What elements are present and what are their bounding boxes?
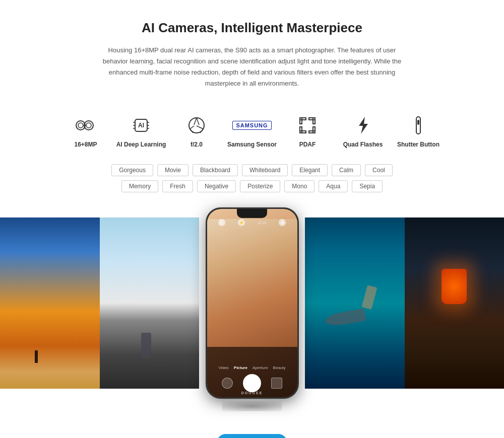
feature-label-flash: Quad Flashes <box>343 140 383 149</box>
svg-rect-20 <box>300 118 302 124</box>
camera-modes: Video Picture Aperture Beauty <box>218 366 285 370</box>
feature-item-aperture: f/2.0 <box>169 114 224 149</box>
phone-body: ⊙ ⚡ 12:10 ⊕ Video Picture Aperture Beaut… <box>206 207 299 399</box>
feature-label-aperture: f/2.0 <box>191 140 203 149</box>
samsung-logo-text: SAMSUNG <box>232 121 271 130</box>
shutter-icon <box>407 114 429 136</box>
feature-item-ai: AI AI Deep Learning <box>113 114 169 149</box>
filter-elegant[interactable]: Elegant <box>292 164 328 176</box>
feature-label-shutter: Shutter Button <box>397 140 439 149</box>
feature-label-mp: 16+8MP <box>74 140 97 149</box>
filter-memory[interactable]: Memory <box>121 180 158 192</box>
phone-notch <box>237 209 267 218</box>
phone-time: 12:10 <box>258 219 267 226</box>
filter-movie[interactable]: Movie <box>157 164 188 176</box>
filter-sepia[interactable]: Sepia <box>352 180 383 192</box>
filter-cool[interactable]: Cool <box>365 164 393 176</box>
filter-fresh[interactable]: Fresh <box>162 180 193 192</box>
svg-line-18 <box>190 129 193 133</box>
lantern-figure <box>442 269 467 304</box>
svg-rect-26 <box>309 131 315 133</box>
filter-section: Gorgeous Movie Blackboard Whiteboard Ele… <box>0 159 504 207</box>
svg-line-13 <box>194 118 197 125</box>
mode-beauty: Beauty <box>273 366 286 370</box>
page-description: Housing 16+8MP dual rear AI cameras, the… <box>96 45 408 89</box>
gallery-wrapper: ⊙ ⚡ 12:10 ⊕ Video Picture Aperture Beaut… <box>0 207 504 399</box>
camera-switch-btn[interactable] <box>222 378 233 389</box>
svg-line-17 <box>190 126 194 129</box>
phone-shadow <box>222 401 282 411</box>
phone-icon-2: ⚡ <box>238 219 245 226</box>
feature-item-mp: 16+8MP <box>58 114 113 149</box>
filter-blackboard[interactable]: Blackboard <box>193 164 238 176</box>
phone-screen: ⊙ ⚡ 12:10 ⊕ Video Picture Aperture Beaut… <box>207 209 297 397</box>
feature-item-flash: Quad Flashes <box>335 114 391 149</box>
phone-center: ⊙ ⚡ 12:10 ⊕ Video Picture Aperture Beaut… <box>199 207 305 438</box>
mode-aperture: Aperture <box>253 366 268 370</box>
svg-line-15 <box>197 126 203 129</box>
camera-controls <box>222 374 282 392</box>
samsung-icon: SAMSUNG <box>241 114 263 136</box>
filter-posterize[interactable]: Posterize <box>240 180 280 192</box>
mode-video: Video <box>218 366 228 370</box>
phone-camera-ui: Video Picture Aperture Beauty <box>207 347 297 397</box>
svg-rect-24 <box>300 131 306 133</box>
gallery-image-sunset <box>0 217 100 389</box>
quad-flash-icon <box>352 114 374 136</box>
filter-row-2: Memory Fresh Negative Posterize Mono Aqu… <box>121 180 383 192</box>
filter-calm[interactable]: Calm <box>332 164 361 176</box>
svg-rect-28 <box>416 117 420 134</box>
doogee-brand-label: DOOGEE <box>241 391 263 395</box>
feature-item-shutter: Shutter Button <box>391 114 446 149</box>
camera-gallery-btn[interactable] <box>271 378 282 389</box>
svg-point-3 <box>86 123 91 128</box>
filter-gorgeous[interactable]: Gorgeous <box>111 164 153 176</box>
mode-picture: Picture <box>234 366 247 370</box>
filter-negative[interactable]: Negative <box>197 180 236 192</box>
svg-line-14 <box>197 118 199 125</box>
svg-point-1 <box>78 123 83 128</box>
pdaf-icon <box>296 114 319 136</box>
feature-label-pdaf: PDAF <box>299 140 316 149</box>
page-title: AI Cameras, Intelligent Masterpiece <box>50 20 454 36</box>
hiker-figure <box>141 333 151 358</box>
svg-line-16 <box>200 129 203 133</box>
feature-label-samsung: Samsung Sensor <box>227 140 277 149</box>
phone-top-bar: ⊙ ⚡ 12:10 ⊕ <box>207 219 297 226</box>
ai-icon: AI <box>130 114 152 136</box>
svg-rect-22 <box>313 118 315 124</box>
silhouette-figure <box>35 350 38 363</box>
feature-label-ai: AI Deep Learning <box>116 140 166 149</box>
filter-row-1: Gorgeous Movie Blackboard Whiteboard Ele… <box>111 164 393 176</box>
svg-text:AI: AI <box>138 122 144 129</box>
svg-rect-29 <box>417 120 419 125</box>
gallery-image-lantern <box>405 217 505 389</box>
feature-item-pdaf: PDAF <box>280 114 335 149</box>
gallery-image-underwater <box>305 217 405 389</box>
swimmer-figure <box>362 285 377 310</box>
filter-mono[interactable]: Mono <box>284 180 314 192</box>
phone-icon-3: ⊕ <box>279 219 286 226</box>
filter-whiteboard[interactable]: Whiteboard <box>242 164 288 176</box>
filter-aqua[interactable]: Aqua <box>319 180 348 192</box>
phone-icon-1: ⊙ <box>218 219 225 226</box>
svg-marker-27 <box>359 117 368 134</box>
camera-shutter-btn[interactable] <box>243 374 261 392</box>
gallery-image-mountain <box>100 217 200 389</box>
feature-item-samsung: SAMSUNG Samsung Sensor <box>224 114 280 149</box>
camera-dual-icon <box>75 114 97 136</box>
page-wrapper: AI Cameras, Intelligent Masterpiece Hous… <box>0 0 504 438</box>
aperture-icon <box>185 114 208 136</box>
shark-figure <box>324 308 366 328</box>
header-section: AI Cameras, Intelligent Masterpiece Hous… <box>0 0 504 99</box>
features-row: 16+8MP AI AI Deep Learning <box>0 99 504 159</box>
